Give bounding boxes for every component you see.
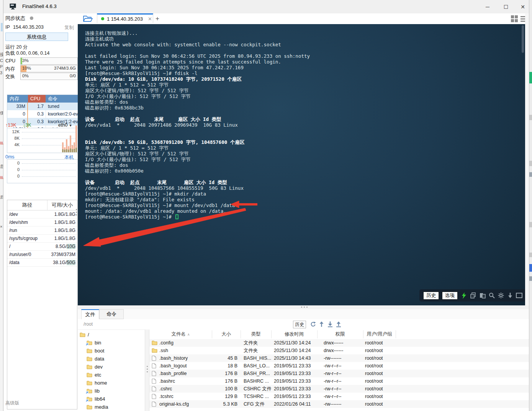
terminal-line	[85, 128, 310, 134]
tree-splitter-handle[interactable]	[146, 366, 148, 372]
disk-total: 1.8G	[65, 220, 75, 225]
gear-icon[interactable]	[498, 292, 504, 299]
disk-row[interactable]: /dev1.8G/1.8G	[7, 210, 77, 219]
edge-block-fragment	[529, 222, 532, 227]
net-bar-tx	[66, 149, 67, 152]
open-folder-icon[interactable]	[83, 15, 93, 22]
tree-item-lib64[interactable]: lib64	[87, 395, 105, 403]
file-perm: -rw-r--r--	[324, 393, 362, 400]
net-bar-tx	[62, 149, 64, 152]
disk-row[interactable]: /run1.8G/1.8G	[7, 227, 77, 235]
tab-commands[interactable]: 命令	[99, 309, 124, 319]
file-row[interactable]: .bash_history45 BBASH_HIS...2025/11/30 1…	[149, 354, 529, 362]
download-arrow-icon[interactable]	[507, 292, 513, 299]
process-row[interactable]: 33M1.7tuned	[7, 103, 78, 110]
terminal-line: 磁盘标识符: 0x000b050e	[85, 168, 310, 174]
path-history-button[interactable]: 历史	[293, 321, 306, 328]
tree-item-media[interactable]: media	[87, 403, 108, 411]
layout-grid-icon[interactable]	[511, 15, 518, 22]
tree-item-dev[interactable]: dev	[87, 363, 103, 371]
file-col-header[interactable]: 权限	[317, 329, 363, 339]
file-row[interactable]: original-ks.cfg5.3 KBCFG 文件2022/01/26 04…	[149, 400, 529, 408]
tree-item-home[interactable]: home	[87, 379, 107, 387]
file-row[interactable]: .bashrc176 BBASHRC ...2019/05/11 23:33-r…	[149, 377, 529, 385]
tab-files[interactable]: 文件	[81, 309, 99, 319]
close-button[interactable]: ✕	[516, 2, 529, 11]
tree-item-lib[interactable]: lib	[87, 387, 100, 395]
file-manager-panel: 文件 命令 /root 历史 /binbootdatadevetchomelib…	[78, 309, 529, 411]
tree-item-etc[interactable]: etc	[87, 371, 101, 379]
copy-icon[interactable]	[470, 292, 476, 299]
minimize-button[interactable]: ─	[481, 2, 494, 11]
disk-row[interactable]: /8.5G/10G	[7, 243, 77, 251]
net-axis-tick: 8K	[9, 136, 20, 140]
file-row[interactable]: .tcshrc129 BTCSHRC ...2019/05/11 23:33-r…	[149, 393, 529, 400]
horizontal-splitter[interactable]	[78, 305, 529, 309]
tree-item-label: bin	[95, 340, 101, 346]
file-row[interactable]: .cshrc100 BCSHRC 文件2019/05/11 23:33-rw-r…	[149, 385, 529, 393]
directory-tree[interactable]: /binbootdatadevetchomeliblib64media	[78, 329, 145, 411]
maximize-button[interactable]: ☐	[499, 2, 512, 11]
disk-row[interactable]: /data38.1G/50G	[7, 259, 77, 267]
disk-row[interactable]: /sys/fs/cgroup1.8G/1.8G	[7, 235, 77, 243]
file-type: CSHRC 文件	[244, 385, 271, 393]
file-col-header[interactable]: 大小	[212, 329, 241, 339]
new-tab-button[interactable]: +	[156, 15, 159, 23]
disk-usage: 8.5G/10G	[56, 243, 77, 250]
tree-item-bin[interactable]: bin	[87, 339, 101, 347]
lightning-icon[interactable]	[461, 292, 467, 299]
paste-icon[interactable]	[479, 292, 486, 299]
file-row[interactable]: .config文件夹2025/11/30 14:24drwx------root…	[149, 339, 529, 347]
refresh-icon[interactable]	[310, 320, 316, 328]
file-col-header[interactable]: 修改时间	[271, 329, 317, 339]
disk-row[interactable]: /dev/shm1.8G/1.8G	[7, 219, 77, 227]
path-input[interactable]: /root	[83, 321, 93, 327]
disk-path: /run	[7, 227, 54, 234]
terminal[interactable]: 连接主机(智能加速)...连接主机成功Activate the web cons…	[78, 24, 525, 305]
file-col-header[interactable]: 用户/用户组	[363, 329, 396, 339]
session-tab[interactable]: 1 154.40.35.203 ✕	[97, 13, 153, 23]
edge-block-fragment	[529, 172, 532, 177]
options-button[interactable]: 选项	[442, 292, 458, 300]
tree-table-splitter[interactable]	[145, 329, 149, 411]
file-perm: drwx------	[324, 347, 362, 354]
file-row[interactable]: .bash_logout18 BBASH_LO...2019/05/11 23:…	[149, 362, 529, 370]
tree-item-root[interactable]: /	[80, 331, 89, 339]
download-icon[interactable]	[327, 320, 333, 328]
file-table[interactable]: 文件名∧大小类型修改时间权限用户/用户组 .config文件夹2025/11/3…	[149, 329, 529, 411]
copy-ip-button[interactable]: 复制	[64, 24, 74, 31]
window-icon[interactable]	[516, 292, 522, 299]
net-bar-tx	[64, 150, 65, 152]
file-type: BASHRC ...	[244, 377, 271, 385]
terminal-line: Last login: Sun Nov 30 06:24:35 2025 fro…	[85, 65, 310, 70]
file-icon	[152, 371, 156, 376]
disk-row[interactable]: /run/user/0373M/373M	[7, 251, 77, 259]
file-col-header[interactable]: 文件名∧	[149, 329, 212, 339]
tree-item-data[interactable]: data	[87, 355, 104, 363]
edge-glyph-fragment: W	[0, 175, 3, 180]
folder-icon	[87, 356, 92, 361]
terminal-scrollbar[interactable]	[522, 25, 524, 53]
tab-close-icon[interactable]: ✕	[148, 16, 152, 22]
net-bar	[75, 126, 77, 152]
file-mtime: 2025/11/30 14:24	[274, 347, 317, 354]
sidebar-splitter-handle[interactable]	[75, 209, 77, 215]
file-row[interactable]: .bash_profile176 BBASH_PR...2019/05/11 2…	[149, 370, 529, 377]
process-row[interactable]: 00.3kworker/2:0-ev...	[7, 110, 78, 118]
upload-icon[interactable]	[335, 320, 342, 328]
net-axis-tick: 12K	[9, 129, 20, 134]
system-info-button[interactable]: 系统信息	[5, 33, 68, 41]
ip-label: IP	[5, 24, 10, 30]
ping-axis-tick: 0	[9, 161, 20, 165]
ping-axis-tick: 0	[9, 174, 20, 178]
folder-icon	[152, 348, 157, 353]
search-icon[interactable]	[488, 292, 495, 299]
disk-table[interactable]: 路径 可用/大小 /dev1.8G/1.8G/dev/shm1.8G/1.8G/…	[7, 200, 77, 409]
history-button[interactable]: 历史	[423, 292, 439, 300]
edge-block-fragment	[1, 23, 3, 31]
file-row[interactable]: .ssh文件夹2025/11/30 14:24drwx------root/ro…	[149, 347, 529, 354]
splitter-handle[interactable]	[301, 307, 308, 308]
file-col-header[interactable]: 类型	[241, 329, 271, 339]
up-arrow-icon[interactable]	[318, 320, 325, 328]
tree-item-boot[interactable]: boot	[87, 347, 104, 355]
